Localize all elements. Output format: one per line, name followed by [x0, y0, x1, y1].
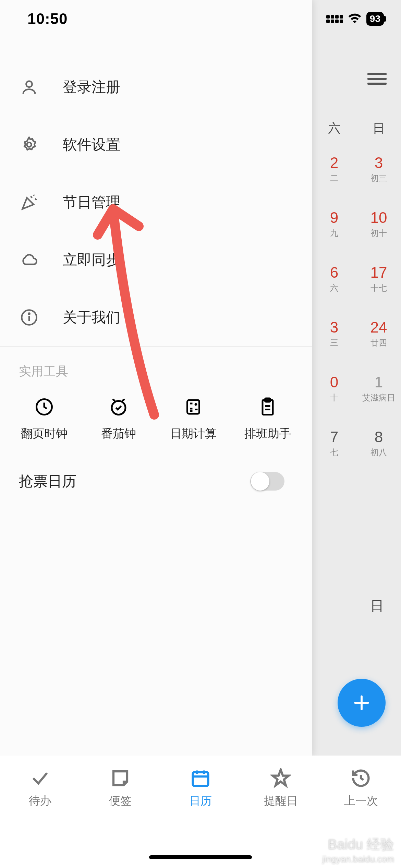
check-icon	[30, 768, 50, 788]
tab-calendar[interactable]: 日历	[160, 768, 241, 868]
calendar-cell[interactable]: 17十七	[356, 257, 401, 312]
star-icon	[270, 768, 291, 788]
svg-rect-10	[193, 772, 208, 786]
tool-label: 排班助手	[244, 426, 291, 442]
tab-label: 提醒日	[264, 793, 298, 809]
menu-label: 关于我们	[63, 308, 120, 327]
status-time: 10:50	[27, 10, 68, 27]
alarm-icon	[108, 396, 129, 418]
calendar-cell[interactable]: 7七	[312, 422, 356, 477]
clipboard-icon	[257, 396, 278, 418]
tool-flipclock[interactable]: 翻页时钟	[7, 390, 82, 448]
calendar-cell[interactable]: 24廿四	[356, 312, 401, 367]
clock-icon	[34, 396, 55, 418]
plus-icon	[352, 693, 371, 712]
menu-item-sync[interactable]: 立即同步	[0, 231, 312, 289]
person-icon	[19, 77, 39, 97]
status-right: 93	[326, 12, 384, 26]
tools-section-title: 实用工具	[0, 347, 312, 390]
toggle-label: 抢票日历	[19, 472, 76, 491]
ticket-calendar-toggle-row: 抢票日历	[0, 448, 312, 491]
calendar-cell[interactable]: 0十	[312, 367, 356, 422]
hamburger-icon[interactable]	[367, 70, 387, 87]
ticket-calendar-switch[interactable]	[250, 472, 284, 491]
calendar-cell[interactable]: 10初十	[356, 202, 401, 257]
battery-indicator: 93	[366, 12, 384, 26]
tool-label: 日期计算	[170, 426, 217, 442]
signal-icon	[326, 15, 343, 23]
tab-notes[interactable]: 便签	[80, 768, 160, 868]
calendar-cell[interactable]: 2二	[312, 147, 356, 202]
calendar-cell[interactable]: 9九	[312, 202, 356, 257]
calendar-cell[interactable]: 3三	[312, 312, 356, 367]
weekday-header: 六 日	[312, 120, 401, 137]
tab-label: 日历	[189, 793, 212, 809]
add-button[interactable]	[338, 679, 386, 727]
gear-icon	[19, 134, 39, 155]
history-icon	[351, 768, 371, 788]
calendar-cell[interactable]: 8初八	[356, 422, 401, 477]
svg-point-0	[26, 81, 32, 87]
calendar-cell[interactable]: 1艾滋病日	[356, 367, 401, 422]
side-drawer: 登录注册 软件设置 节日管理 立即同步 关于我们 实用工具	[0, 0, 312, 756]
tool-shift[interactable]: 排班助手	[231, 390, 305, 448]
menu-item-settings[interactable]: 软件设置	[0, 116, 312, 173]
menu-item-login[interactable]: 登录注册	[0, 58, 312, 116]
weekday-sat: 六	[312, 120, 356, 137]
tool-label: 番茄钟	[101, 426, 136, 442]
menu-label: 软件设置	[63, 135, 120, 154]
tool-pomodoro[interactable]: 番茄钟	[82, 390, 156, 448]
menu-item-holidays[interactable]: 节日管理	[0, 173, 312, 231]
tab-label: 上一次	[344, 793, 378, 809]
svg-point-1	[27, 143, 32, 147]
tab-label: 便签	[109, 793, 132, 809]
menu-label: 节日管理	[63, 193, 120, 212]
menu-label: 登录注册	[63, 77, 120, 97]
calendar-cell[interactable]: 3初三	[356, 147, 401, 202]
tab-todo[interactable]: 待办	[0, 768, 80, 868]
cloud-icon	[19, 250, 39, 270]
svg-rect-7	[187, 400, 199, 414]
wifi-icon	[348, 13, 362, 25]
section-char: 日	[370, 596, 384, 615]
tool-datecalc[interactable]: 日期计算	[156, 390, 231, 448]
status-bar: 10:50 93	[0, 0, 401, 38]
tool-label: 翻页时钟	[21, 426, 68, 442]
note-icon	[110, 768, 131, 788]
watermark-url: jingyan.baidu.com	[322, 854, 394, 865]
party-icon	[19, 192, 39, 213]
switch-knob	[251, 472, 269, 491]
calendar-icon	[190, 768, 211, 788]
watermark: Baidu 经验 jingyan.baidu.com	[322, 835, 394, 865]
home-indicator[interactable]	[149, 855, 252, 859]
tab-label: 待办	[29, 793, 51, 809]
weekday-sun: 日	[356, 120, 401, 137]
tool-row: 翻页时钟 番茄钟 日期计算 排班助手	[0, 390, 312, 448]
watermark-brand: Baidu 经验	[322, 835, 394, 854]
calendar-grid: 2二3初三9九10初十6六17十七3三24廿四0十1艾滋病日7七8初八	[312, 147, 401, 477]
svg-point-4	[28, 313, 29, 314]
calculator-icon	[183, 396, 204, 418]
info-icon	[19, 307, 39, 328]
calendar-cell[interactable]: 6六	[312, 257, 356, 312]
menu-list: 登录注册 软件设置 节日管理 立即同步 关于我们	[0, 0, 312, 346]
menu-label: 立即同步	[63, 250, 120, 269]
menu-item-about[interactable]: 关于我们	[0, 289, 312, 346]
tab-reminder[interactable]: 提醒日	[241, 768, 321, 868]
